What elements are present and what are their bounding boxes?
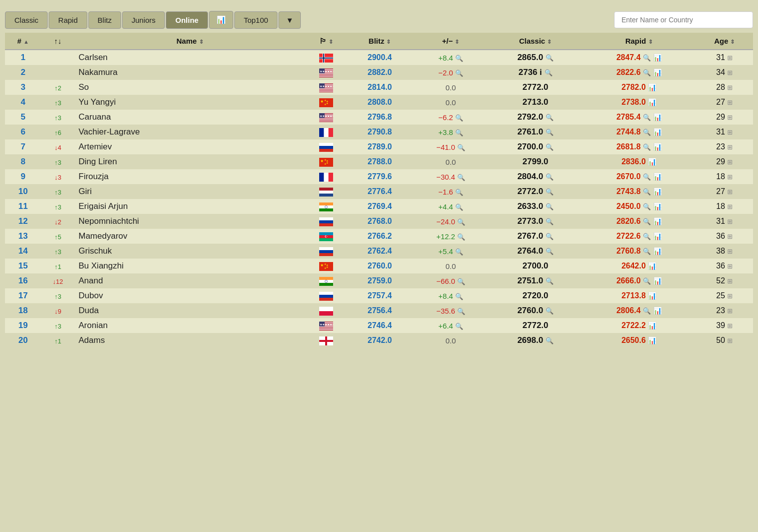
nav-top100[interactable]: Top100 bbox=[234, 11, 277, 29]
pm-search-icon[interactable]: 🔍 bbox=[455, 129, 463, 136]
chart-icon[interactable]: 📊 bbox=[648, 158, 656, 166]
nav-filter-icon[interactable]: ▼ bbox=[278, 11, 301, 29]
grid-icon[interactable]: ⊞ bbox=[727, 277, 733, 285]
chart-icon[interactable]: 📊 bbox=[653, 68, 662, 76]
classic-search-icon[interactable]: 🔍 bbox=[545, 69, 552, 76]
nav-online[interactable]: Online bbox=[166, 11, 208, 29]
classic-search-icon[interactable]: 🔍 bbox=[546, 203, 553, 210]
nav-juniors[interactable]: Juniors bbox=[122, 11, 165, 29]
rapid-search-icon[interactable]: 🔍 bbox=[643, 114, 651, 121]
classic-search-icon[interactable]: 🔍 bbox=[546, 337, 553, 344]
rapid-search-icon[interactable]: 🔍 bbox=[643, 188, 651, 196]
chart-icon[interactable]: 📊 bbox=[648, 98, 656, 106]
grid-icon[interactable]: ⊞ bbox=[727, 263, 733, 270]
rapid-search-icon[interactable]: 🔍 bbox=[643, 218, 651, 225]
pm-search-icon[interactable]: 🔍 bbox=[457, 233, 465, 241]
chart-icon[interactable]: 📊 bbox=[653, 128, 662, 136]
classic-search-icon[interactable]: 🔍 bbox=[546, 143, 553, 151]
chart-icon[interactable]: 📊 bbox=[648, 292, 656, 300]
chart-icon[interactable]: 📊 bbox=[653, 232, 662, 240]
nav-rapid[interactable]: Rapid bbox=[49, 11, 87, 29]
nav-classic[interactable]: Classic bbox=[5, 11, 48, 29]
chart-icon[interactable]: 📊 bbox=[653, 143, 662, 151]
pm-search-icon[interactable]: 🔍 bbox=[455, 189, 463, 196]
classic-search-icon[interactable]: 🔍 bbox=[546, 114, 553, 121]
chart-icon[interactable]: 📊 bbox=[653, 247, 662, 255]
sort-pm-icon[interactable]: ⇕ bbox=[455, 39, 459, 45]
grid-icon[interactable]: ⊞ bbox=[727, 337, 733, 344]
pm-search-icon[interactable]: 🔍 bbox=[455, 293, 463, 300]
grid-icon[interactable]: ⊞ bbox=[727, 114, 733, 121]
rapid-search-icon[interactable]: 🔍 bbox=[643, 173, 651, 181]
classic-search-icon[interactable]: 🔍 bbox=[546, 248, 553, 255]
chart-icon[interactable]: 📊 bbox=[653, 277, 662, 285]
grid-icon[interactable]: ⊞ bbox=[727, 203, 733, 210]
chart-icon[interactable]: 📊 bbox=[648, 336, 656, 344]
rapid-search-icon[interactable]: 🔍 bbox=[643, 233, 651, 240]
classic-search-icon[interactable]: 🔍 bbox=[546, 54, 553, 62]
grid-icon[interactable]: ⊞ bbox=[727, 307, 733, 315]
rapid-search-icon[interactable]: 🔍 bbox=[643, 54, 651, 62]
pm-search-icon[interactable]: 🔍 bbox=[455, 323, 463, 330]
chart-icon[interactable]: 📊 bbox=[648, 262, 656, 270]
chart-icon[interactable]: 📊 bbox=[653, 188, 662, 196]
classic-search-icon[interactable]: 🔍 bbox=[546, 233, 553, 240]
grid-icon[interactable]: ⊞ bbox=[727, 188, 733, 196]
rapid-search-icon[interactable]: 🔍 bbox=[643, 69, 651, 76]
chart-icon[interactable]: 📊 bbox=[653, 217, 662, 225]
chart-icon[interactable]: 📊 bbox=[653, 202, 662, 210]
classic-search-icon[interactable]: 🔍 bbox=[546, 129, 553, 136]
pm-search-icon[interactable]: 🔍 bbox=[455, 248, 463, 256]
grid-icon[interactable]: ⊞ bbox=[727, 233, 733, 240]
chart-icon[interactable]: 📊 bbox=[653, 307, 662, 315]
rapid-search-icon[interactable]: 🔍 bbox=[643, 277, 651, 285]
nav-chart-icon[interactable]: 📊 bbox=[209, 11, 233, 29]
grid-icon[interactable]: ⊞ bbox=[727, 322, 733, 330]
chart-icon[interactable]: 📊 bbox=[653, 113, 662, 121]
grid-icon[interactable]: ⊞ bbox=[727, 248, 733, 255]
search-input[interactable] bbox=[614, 11, 753, 28]
rapid-search-icon[interactable]: 🔍 bbox=[643, 203, 651, 210]
sort-rapid-icon[interactable]: ⇕ bbox=[648, 39, 653, 45]
chart-icon[interactable]: 📊 bbox=[653, 173, 662, 181]
sort-age-icon[interactable]: ⇕ bbox=[730, 39, 735, 45]
pm-search-icon[interactable]: 🔍 bbox=[457, 218, 465, 226]
pm-search-icon[interactable]: 🔍 bbox=[457, 308, 465, 315]
sort-flag-icon[interactable]: ⇕ bbox=[329, 39, 333, 45]
pm-search-icon[interactable]: 🔍 bbox=[457, 144, 465, 151]
classic-search-icon[interactable]: 🔍 bbox=[546, 307, 553, 315]
grid-icon[interactable]: ⊞ bbox=[727, 143, 733, 151]
classic-search-icon[interactable]: 🔍 bbox=[546, 188, 553, 196]
grid-icon[interactable]: ⊞ bbox=[727, 218, 733, 225]
rapid-search-icon[interactable]: 🔍 bbox=[643, 129, 651, 136]
col-change-label[interactable]: ↑↓ bbox=[54, 37, 62, 45]
grid-icon[interactable]: ⊞ bbox=[727, 54, 733, 62]
chart-icon[interactable]: 📊 bbox=[648, 322, 656, 330]
sort-rank-icon[interactable]: ▲ bbox=[23, 39, 29, 45]
pm-search-icon[interactable]: 🔍 bbox=[455, 203, 463, 211]
nav-blitz[interactable]: Blitz bbox=[88, 11, 121, 29]
grid-icon[interactable]: ⊞ bbox=[727, 69, 733, 76]
grid-icon[interactable]: ⊞ bbox=[727, 158, 733, 166]
grid-icon[interactable]: ⊞ bbox=[727, 84, 733, 91]
chart-icon[interactable]: 📊 bbox=[648, 83, 656, 91]
sort-name-icon[interactable]: ⇕ bbox=[199, 39, 204, 45]
classic-search-icon[interactable]: 🔍 bbox=[546, 277, 553, 285]
pm-search-icon[interactable]: 🔍 bbox=[455, 114, 463, 122]
sort-classic-icon[interactable]: ⇕ bbox=[547, 39, 551, 45]
classic-search-icon[interactable]: 🔍 bbox=[546, 173, 553, 181]
grid-icon[interactable]: ⊞ bbox=[727, 292, 733, 300]
rapid-search-icon[interactable]: 🔍 bbox=[643, 248, 651, 255]
grid-icon[interactable]: ⊞ bbox=[727, 99, 733, 106]
grid-icon[interactable]: ⊞ bbox=[727, 129, 733, 136]
pm-search-icon[interactable]: 🔍 bbox=[457, 278, 465, 285]
pm-search-icon[interactable]: 🔍 bbox=[457, 174, 465, 181]
grid-icon[interactable]: ⊞ bbox=[727, 173, 733, 181]
sort-blitz-icon[interactable]: ⇕ bbox=[386, 39, 391, 45]
classic-search-icon[interactable]: 🔍 bbox=[546, 218, 553, 225]
pm-search-icon[interactable]: 🔍 bbox=[455, 69, 463, 77]
chart-icon[interactable]: 📊 bbox=[653, 54, 662, 62]
pm-search-icon[interactable]: 🔍 bbox=[455, 55, 463, 62]
rapid-search-icon[interactable]: 🔍 bbox=[643, 307, 651, 315]
rapid-search-icon[interactable]: 🔍 bbox=[643, 143, 651, 151]
